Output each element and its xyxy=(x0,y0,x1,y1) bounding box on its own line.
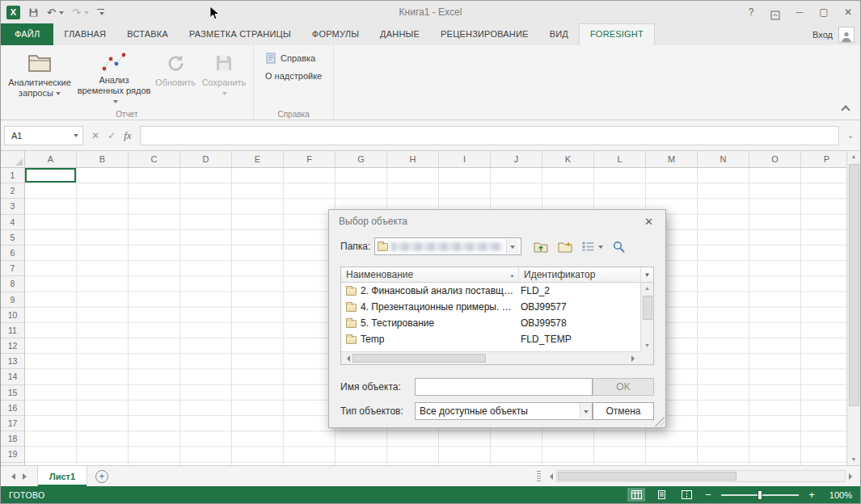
row-header-15[interactable]: 15 xyxy=(1,385,24,401)
tab-home[interactable]: ГЛАВНАЯ xyxy=(53,23,116,45)
customize-qat-button[interactable] xyxy=(97,9,104,16)
redo-button[interactable]: ↷ xyxy=(72,6,89,19)
vertical-scrollbar[interactable]: ▲ ▼ xyxy=(846,151,860,465)
column-header-O[interactable]: O xyxy=(749,151,801,167)
table-vertical-scrollbar[interactable]: ▲ ▼ xyxy=(640,283,653,351)
column-header-E[interactable]: E xyxy=(232,151,284,167)
tab-data[interactable]: ДАННЫЕ xyxy=(369,23,430,45)
tab-page-layout[interactable]: РАЗМЕТКА СТРАНИЦЫ xyxy=(179,23,302,45)
row-header-14[interactable]: 14 xyxy=(1,369,24,384)
tab-formulas[interactable]: ФОРМУЛЫ xyxy=(302,23,369,45)
redo-dropdown-icon[interactable] xyxy=(84,11,89,17)
object-row[interactable]: 2. Финансовый анализ поставщиковFLD_2 xyxy=(341,283,640,299)
row-header-16[interactable]: 16 xyxy=(1,401,24,416)
column-header-C[interactable]: C xyxy=(129,151,180,167)
dialog-title-bar[interactable]: Выбор объекта ✕ xyxy=(329,210,665,233)
save-report-button[interactable]: Сохранить xyxy=(198,48,250,107)
zoom-slider[interactable] xyxy=(721,494,799,496)
object-row[interactable]: 5. ТестированиеOBJ99578 xyxy=(341,315,640,331)
row-header-17[interactable]: 17 xyxy=(1,416,24,431)
add-sheet-button[interactable]: + xyxy=(95,470,108,483)
table-hscroll-thumb[interactable] xyxy=(352,354,486,363)
formula-input[interactable] xyxy=(140,126,839,145)
row-header-7[interactable]: 7 xyxy=(1,261,24,276)
insert-function-icon[interactable]: fx xyxy=(124,129,131,142)
sheet-tab-sheet1[interactable]: Лист1 xyxy=(37,466,87,486)
cancel-entry-icon[interactable]: ✕ xyxy=(91,130,99,141)
object-type-select[interactable]: Все доступные объекты xyxy=(415,402,593,420)
next-sheet-icon[interactable] xyxy=(23,473,30,480)
tab-file[interactable]: ФАЙЛ xyxy=(1,23,53,45)
time-series-button[interactable]: Анализ временных рядов xyxy=(75,48,153,107)
row-header-8[interactable]: 8 xyxy=(1,276,24,292)
scroll-right-icon[interactable] xyxy=(849,473,855,480)
tab-split-handle[interactable] xyxy=(537,471,541,482)
zoom-in-button[interactable]: + xyxy=(806,489,817,501)
row-header-6[interactable]: 6 xyxy=(1,246,24,261)
column-header-M[interactable]: M xyxy=(646,151,698,167)
column-header-P[interactable]: P xyxy=(801,151,846,167)
row-header-4[interactable]: 4 xyxy=(1,215,24,230)
row-header-18[interactable]: 18 xyxy=(1,431,24,447)
row-header-1[interactable]: 1 xyxy=(1,168,24,183)
object-row[interactable]: TempFLD_TEMP xyxy=(341,331,640,347)
view-mode-button[interactable] xyxy=(582,242,603,251)
folder-combobox[interactable] xyxy=(374,237,521,255)
id-column-header[interactable]: Идентификатор xyxy=(519,267,640,282)
ribbon-display-options-button[interactable] xyxy=(763,4,787,20)
row-header-19[interactable]: 19 xyxy=(1,447,24,462)
search-button[interactable] xyxy=(613,241,625,253)
refresh-button[interactable]: Обновить xyxy=(153,48,198,107)
save-quick-button[interactable] xyxy=(28,7,39,18)
column-header-D[interactable]: D xyxy=(180,151,232,167)
horizontal-scrollbar[interactable] xyxy=(556,470,846,482)
vertical-scroll-thumb[interactable] xyxy=(849,164,859,406)
enter-entry-icon[interactable]: ✓ xyxy=(108,130,116,141)
undo-dropdown-icon[interactable] xyxy=(59,11,64,17)
name-column-header[interactable]: Наименование ▲ xyxy=(341,267,519,282)
table-horizontal-scrollbar[interactable] xyxy=(341,351,640,364)
collapse-ribbon-icon[interactable] xyxy=(841,105,850,114)
row-header-3[interactable]: 3 xyxy=(1,199,24,214)
zoom-out-button[interactable]: − xyxy=(703,489,714,501)
column-header-L[interactable]: L xyxy=(594,151,646,167)
object-type-dropdown-icon[interactable] xyxy=(580,404,592,418)
table-scroll-right-icon[interactable] xyxy=(631,355,638,362)
table-vscroll-thumb[interactable] xyxy=(643,296,652,320)
horizontal-scroll-thumb[interactable] xyxy=(558,472,736,481)
maximize-button[interactable]: ▢ xyxy=(812,1,836,23)
tab-review[interactable]: РЕЦЕНЗИРОВАНИЕ xyxy=(430,23,539,45)
minimize-button[interactable]: ─ xyxy=(787,1,812,23)
dialog-resize-grip[interactable] xyxy=(655,417,665,426)
column-header-F[interactable]: F xyxy=(284,151,336,167)
zoom-level[interactable]: 100% xyxy=(825,490,852,500)
row-header-13[interactable]: 13 xyxy=(1,354,24,369)
tab-view[interactable]: ВИД xyxy=(539,23,579,45)
undo-button[interactable]: ↶ xyxy=(47,6,64,19)
ok-button[interactable]: OK xyxy=(593,378,654,396)
name-box[interactable]: A1 xyxy=(4,126,83,145)
select-all-corner[interactable] xyxy=(1,151,25,168)
table-scroll-down-icon[interactable]: ▼ xyxy=(644,340,650,351)
object-row[interactable]: 4. Презентационные примеры. Допо...OBJ99… xyxy=(341,299,640,315)
row-header-10[interactable]: 10 xyxy=(1,308,24,323)
column-options-icon[interactable]: ▼ xyxy=(640,267,653,282)
new-folder-button[interactable] xyxy=(558,241,572,253)
table-scroll-up-icon[interactable]: ▲ xyxy=(644,283,650,294)
object-name-input[interactable] xyxy=(415,378,593,396)
row-header-11[interactable]: 11 xyxy=(1,323,24,338)
row-header-2[interactable]: 2 xyxy=(1,183,24,199)
scroll-left-icon[interactable] xyxy=(547,473,553,480)
row-header-9[interactable]: 9 xyxy=(1,292,24,308)
column-header-N[interactable]: N xyxy=(698,151,749,167)
page-layout-view-button[interactable] xyxy=(652,488,670,502)
view-mode-dropdown-icon[interactable] xyxy=(598,246,603,251)
about-addin-button[interactable]: О надстройке xyxy=(262,69,325,82)
tab-insert[interactable]: ВСТАВКА xyxy=(116,23,179,45)
normal-view-button[interactable] xyxy=(627,488,645,502)
sign-in[interactable]: Вход xyxy=(812,23,860,45)
zoom-thumb[interactable] xyxy=(758,490,762,500)
close-button[interactable]: ✕ xyxy=(836,1,860,23)
up-one-level-button[interactable] xyxy=(534,241,548,253)
scroll-up-icon[interactable]: ▲ xyxy=(851,151,857,162)
